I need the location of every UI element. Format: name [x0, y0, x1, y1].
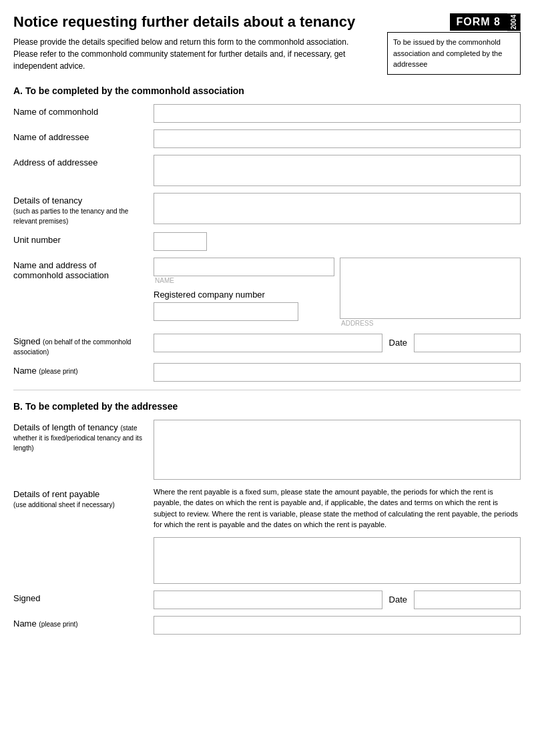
name-print-row-a: Name (please print) [13, 363, 521, 382]
issued-box: To be issued by the commonhold associati… [387, 32, 521, 75]
header-right: FORM 8 2004 To be issued by the commonho… [387, 13, 521, 75]
form-badge: FORM 8 [450, 13, 507, 31]
name-print-label-a: Name (please print) [13, 363, 154, 376]
section-divider [13, 390, 521, 390]
tenancy-length-label: Details of length of tenancy (state whet… [13, 420, 154, 452]
tenancy-details-label: Details of tenancy (such as parties to t… [13, 193, 154, 226]
addressee-address-row: Address of addressee [13, 155, 521, 186]
addressee-name-input[interactable] [154, 129, 521, 148]
name-print-input-b[interactable] [154, 616, 521, 635]
signed-input-b[interactable] [154, 591, 382, 609]
commonhold-label: Name of commonhold [13, 104, 154, 117]
form-year: 2004 [507, 13, 521, 31]
tenancy-details-row: Details of tenancy (such as parties to t… [13, 193, 521, 226]
form-badge-container: FORM 8 2004 [450, 13, 521, 31]
rent-payable-input-col: Where the rent payable is a fixed sum, p… [154, 486, 521, 584]
signed-input-col-b: Date [154, 591, 521, 609]
commonhold-row: Name of commonhold [13, 104, 521, 123]
section-b-title: B. To be completed by the addressee [13, 401, 521, 413]
name-placeholder-label: NAME [154, 277, 334, 284]
tenancy-length-row: Details of length of tenancy (state whet… [13, 420, 521, 480]
reg-company-label-inline: Registered company number [154, 290, 334, 300]
name-address-left-col: NAME Registered company number [154, 258, 334, 321]
addressee-name-label: Name of addressee [13, 129, 154, 142]
name-print-input-col-a [154, 363, 521, 382]
name-print-input-a[interactable] [154, 363, 521, 382]
date-input-b[interactable] [414, 591, 521, 609]
page-title: Notice requesting further details about … [13, 13, 374, 31]
tenancy-details-input-col [154, 193, 521, 224]
unit-number-input-col [154, 232, 521, 251]
signed-label-a: Signed (on behalf of the commonhold asso… [13, 334, 154, 356]
addressee-address-input-col [154, 155, 521, 186]
rent-payable-label: Details of rent payable (use additional … [13, 486, 154, 509]
name-address-right-col: ADDRESS [340, 258, 521, 327]
signed-row-b: Signed Date [13, 591, 521, 609]
name-print-label-b: Name (please print) [13, 616, 154, 629]
header-left: Notice requesting further details about … [13, 13, 387, 72]
name-address-company-row: Name and address of commonhold associati… [13, 258, 521, 327]
tenancy-details-input[interactable] [154, 193, 521, 224]
signed-input-col-a: Date [154, 334, 521, 352]
tenancy-length-input[interactable] [154, 420, 521, 480]
page-header: Notice requesting further details about … [13, 13, 521, 75]
section-a-title: A. To be completed by the commonhold ass… [13, 85, 521, 97]
rent-payable-input[interactable] [154, 537, 521, 584]
addressee-name-row: Name of addressee [13, 129, 521, 148]
association-name-input[interactable] [154, 258, 334, 276]
rent-payable-row: Details of rent payable (use additional … [13, 486, 521, 584]
reg-company-input[interactable] [154, 302, 298, 321]
addressee-address-input[interactable] [154, 155, 521, 186]
signed-input-a[interactable] [154, 334, 382, 352]
signed-date-row-b: Date [154, 591, 521, 609]
rent-description: Where the rent payable is a fixed sum, p… [154, 486, 521, 530]
commonhold-input[interactable] [154, 104, 521, 123]
signed-date-row-a: Date [154, 334, 521, 352]
unit-number-input[interactable] [154, 232, 207, 251]
tenancy-length-input-col [154, 420, 521, 480]
addressee-address-label: Address of addressee [13, 155, 154, 167]
signed-row-a: Signed (on behalf of the commonhold asso… [13, 334, 521, 356]
header-description: Please provide the details specified bel… [13, 36, 374, 72]
address-placeholder-label: ADDRESS [340, 320, 521, 327]
name-address-label: Name and address of commonhold associati… [13, 258, 154, 280]
signed-label-b: Signed [13, 591, 154, 603]
unit-number-label: Unit number [13, 232, 154, 245]
commonhold-input-col [154, 104, 521, 123]
association-address-input[interactable] [340, 258, 521, 319]
addressee-name-input-col [154, 129, 521, 148]
name-print-input-col-b [154, 616, 521, 635]
name-print-row-b: Name (please print) [13, 616, 521, 635]
unit-number-row: Unit number [13, 232, 521, 251]
date-input-a[interactable] [414, 334, 521, 352]
